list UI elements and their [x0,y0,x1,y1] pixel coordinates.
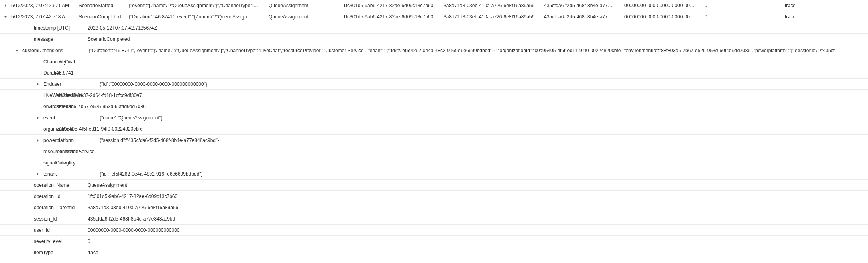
detail-row-timestamp: timestamp [UTC] 2023-05-12T07:07:42.7185… [0,22,868,34]
detail-value: c0a95405-4f5f-ed11-94f0-00224820cbfe [44,126,868,132]
cell-sessionid: 435cfda6-f2d5-468f-8b4e-a77… [544,14,624,20]
detail-row-operationparentid: operation_ParentId 3a8d71d3-03eb-410a-a7… [0,202,868,213]
expand-chevron[interactable] [32,116,43,120]
detail-value: 435cfda6-f2d5-468f-8b4e-a77e848ac9bd [75,216,868,222]
chevron-right-icon [36,172,40,176]
detail-value: 88f803d6-7b67-e525-953d-60f4d9dd7086 [44,104,868,109]
detail-value: trace [75,250,868,255]
table-row[interactable]: 5/12/2023, 7:07:42.718 A… ScenarioComple… [0,11,868,22]
detail-value: 46.8741 [44,70,868,76]
detail-value: LiveChat [44,59,868,65]
detail-row-operationname: operation_Name QueueAssignment [0,180,868,191]
cell-message: ScenarioCompleted [79,14,129,20]
detail-row-userid: user_Id 00000000-0000-0000-0000-00000000… [0,225,868,236]
detail-row-severitylevel: severityLevel 0 [0,236,868,247]
detail-label: ChannelType [0,59,44,65]
detail-label: message [11,36,75,42]
detail-label: organizationId [0,126,44,132]
detail-value: {"id":"ef5f4262-0e4a-48c2-916f-e6e6699bd… [88,171,868,177]
detail-row-channeltype: ChannelType LiveChat [0,56,868,67]
detail-label: Duration [0,70,44,76]
detail-label: tenant [43,171,88,177]
detail-row-duration: Duration 46.8741 [0,67,868,79]
detail-label: event [43,115,88,121]
cell-parentid: 3a8d71d3-03eb-410a-a726-6e8f16a89a56 [444,14,544,20]
chevron-down-icon [4,15,8,19]
detail-value: 2023-05-12T07:07:42.7185674Z [75,25,868,31]
expand-chevron[interactable] [0,15,11,19]
detail-value: 0 [75,239,868,244]
chevron-right-icon [36,138,40,142]
cell-parentid: 3a8d71d3-03eb-410a-a726-6e8f16a89a56 [444,3,544,8]
detail-value: efc39e45-8e37-2d64-fd18-1cfcc9df30a7 [44,93,868,98]
detail-value: QueueAssignment [75,182,868,188]
cell-opname: QueueAssignment [269,3,343,8]
cell-dimensions: {"event":"{\"name\":\"QueueAssignment\"}… [129,3,269,8]
cell-message: ScenarioStarted [79,3,129,8]
chevron-down-icon [15,49,19,53]
detail-label: session_Id [11,216,75,222]
detail-row-environmentid: environmentId 88f803d6-7b67-e525-953d-60… [0,101,868,112]
detail-row-powerplatform[interactable]: powerplatform {"sessionId":"435cfda6-f2d… [0,135,868,146]
detail-label: Enduser [43,81,88,87]
cell-timestamp: 5/12/2023, 7:07:42.718 A… [11,14,79,20]
detail-row-customdimensions[interactable]: customDimensions {"Duration":"46.8741","… [0,45,868,56]
detail-row-tenant[interactable]: tenant {"id":"ef5f4262-0e4a-48c2-916f-e6… [0,168,868,180]
cell-opid: 1fc301d5-9ab6-4217-82ae-6d09c13c7b60 [343,3,444,8]
detail-row-liveworkstreamid: LiveWorkstreamId efc39e45-8e37-2d64-fd18… [0,90,868,101]
chevron-right-icon [36,116,40,120]
expand-chevron[interactable] [32,138,43,142]
cell-itemtype: trace [785,14,833,20]
detail-value: 1fc301d5-9ab6-4217-82ae-6d09c13c7b60 [75,194,868,199]
detail-label: resourceProvider [0,149,44,154]
table-row[interactable]: 5/12/2023, 7:07:42.671 AM ScenarioStarte… [0,0,868,11]
cell-timestamp: 5/12/2023, 7:07:42.671 AM [11,3,79,8]
detail-row-itemtype: itemType trace [0,247,868,258]
detail-label: customDimensions [22,48,77,53]
detail-label: timestamp [UTC] [11,25,75,31]
detail-value: {"Id":"00000000-0000-0000-0000-000000000… [88,81,868,87]
cell-dimensions: {"Duration":"46.8741","event":"{\"name\"… [129,14,269,20]
detail-row-organizationid: organizationId c0a95405-4f5f-ed11-94f0-0… [0,123,868,135]
detail-value: 3a8d71d3-03eb-410a-a726-6e8f16a89a56 [75,205,868,210]
cell-severity: 0 [705,3,785,8]
detail-value: Default [44,160,868,166]
expand-chevron[interactable] [32,172,43,176]
detail-label: signalCategory [0,160,44,166]
detail-value: Customer Service [44,149,868,154]
cell-sessionid: 435cfda6-f2d5-468f-8b4e-a77… [544,3,624,8]
detail-label: operation_Id [11,194,75,199]
detail-value: {"Duration":"46.8741","event":"{\"name\"… [77,48,868,53]
cell-opid: 1fc301d5-9ab6-4217-82ae-6d09c13c7b60 [343,14,444,20]
detail-value: {"name":"QueueAssignment"} [88,115,868,121]
detail-label: itemType [11,250,75,255]
chevron-right-icon [4,4,8,8]
detail-label: operation_ParentId [11,205,75,210]
expand-chevron[interactable] [11,49,22,53]
detail-row-operationid: operation_Id 1fc301d5-9ab6-4217-82ae-6d0… [0,191,868,202]
detail-label: user_Id [11,227,75,233]
expand-chevron[interactable] [0,4,11,8]
detail-value: ScenarioCompleted [75,36,868,42]
detail-label: environmentId [0,104,44,109]
detail-row-enduser[interactable]: Enduser {"Id":"00000000-0000-0000-0000-0… [0,79,868,90]
expand-chevron[interactable] [32,82,43,86]
cell-opname: QueueAssignment [269,14,343,20]
detail-row-message: message ScenarioCompleted [0,34,868,45]
detail-row-signalcategory: signalCategory Default [0,157,868,168]
detail-row-sessionid: session_Id 435cfda6-f2d5-468f-8b4e-a77e8… [0,213,868,225]
cell-itemtype: trace [785,3,833,8]
detail-label: operation_Name [11,182,75,188]
cell-severity: 0 [705,14,785,20]
detail-row-event[interactable]: event {"name":"QueueAssignment"} [0,112,868,123]
chevron-right-icon [36,82,40,86]
detail-label: powerplatform [43,138,88,143]
detail-label: severityLevel [11,239,75,244]
cell-userid: 00000000-0000-0000-0000-00… [624,3,705,8]
detail-value: {"sessionId":"435cfda6-f2d5-468f-8b4e-a7… [88,138,868,143]
detail-value: 00000000-0000-0000-0000-000000000000 [75,227,868,233]
cell-userid: 00000000-0000-0000-0000-00… [624,14,705,20]
detail-label: LiveWorkstreamId [0,93,44,98]
detail-row-resourceprovider: resourceProvider Customer Service [0,146,868,157]
